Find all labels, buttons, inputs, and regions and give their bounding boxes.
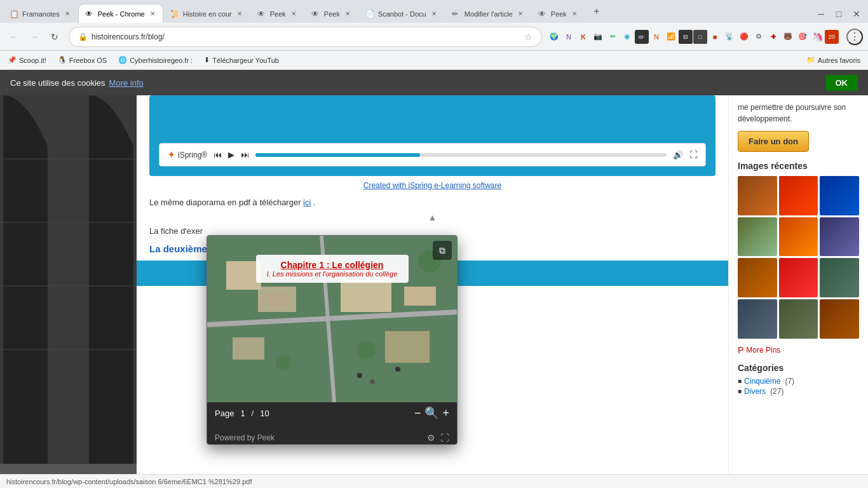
ext-icon-13[interactable]: 📡 — [722, 30, 736, 44]
tab-favicon-peek4: 👁 — [538, 10, 547, 18]
ext-icon-2[interactable]: N — [562, 30, 576, 44]
ext-icon-11[interactable]: □ — [693, 30, 707, 44]
player-rewind-button[interactable]: ⏮ — [214, 150, 222, 159]
tab-scanbot[interactable]: 📄 Scanbot - Docu ✕ — [358, 4, 445, 23]
bookmark-telechargeur[interactable]: ⬇ Téléchargeur YouTub — [201, 55, 281, 65]
image-thumb-6[interactable] — [820, 217, 859, 257]
peek-pdf-popup: Chapitre 1 : Le collégien I. Les mission… — [207, 235, 458, 445]
tab-peek-chrome[interactable]: 👁 Peek - Chrome ✕ — [78, 4, 163, 23]
image-thumb-5[interactable] — [779, 217, 818, 257]
ispring-link[interactable]: Created with iSpring e-Learning software — [149, 181, 715, 190]
tab-label-modifier: Modifier l'article — [465, 10, 513, 18]
category-link-divers[interactable]: Divers — [744, 387, 766, 396]
tab-close-framanotes[interactable]: ✕ — [64, 9, 71, 18]
tab-close-modifier[interactable]: ✕ — [517, 9, 524, 18]
download-period: . — [313, 198, 316, 207]
tab-close-peek[interactable]: ✕ — [149, 9, 156, 18]
ext-icon-4[interactable]: 📷 — [591, 30, 605, 44]
tab-close-peek4[interactable]: ✕ — [571, 9, 578, 18]
more-pins-link[interactable]: P More Pins — [738, 345, 859, 355]
ext-icon-8[interactable]: N — [649, 30, 663, 44]
category-link-cinquieme[interactable]: Cinquième — [744, 377, 780, 386]
ext-icon-16[interactable]: ✦ — [766, 30, 780, 44]
bookmark-star-icon[interactable]: ☆ — [524, 32, 532, 42]
url-bar[interactable]: 🔒 histoirencours.fr/blog/ ☆ — [69, 27, 542, 47]
image-thumb-3[interactable] — [820, 176, 859, 215]
bookmark-cyber[interactable]: 🌐 Cyberhistoiregeo.fr : — [116, 55, 195, 65]
cookie-more-info-link[interactable]: More info — [109, 78, 144, 88]
tab-close-peek3[interactable]: ✕ — [344, 9, 351, 18]
tab-framanotes[interactable]: 📋 Framanotes ✕ — [3, 4, 78, 23]
image-thumb-4[interactable] — [738, 217, 777, 257]
close-window-button[interactable]: ✕ — [848, 5, 865, 23]
image-thumb-11[interactable] — [779, 299, 818, 339]
image-thumb-7[interactable] — [738, 258, 777, 297]
ext-icon-1[interactable]: 🌍 — [547, 30, 561, 44]
tab-peek3[interactable]: 👁 Peek ✕ — [304, 4, 358, 23]
peek-settings-button[interactable]: ⚙ — [427, 433, 435, 443]
maximize-button[interactable]: □ — [830, 5, 848, 23]
bookmark-icon-scoopit: 📌 — [8, 56, 17, 64]
peek-zoom-fit-button[interactable]: 🔍 — [424, 407, 438, 419]
ext-icon-12[interactable]: ■ — [708, 30, 722, 44]
player-progress-bar[interactable] — [255, 153, 667, 157]
tab-label-peek4: Peek — [551, 10, 567, 18]
player-fullscreen-button[interactable]: ⛶ — [689, 150, 698, 159]
peek-fullscreen-button[interactable]: ⛶ — [440, 433, 449, 443]
ext-icon-9[interactable]: 📶 — [664, 30, 678, 44]
pdf-chapter-subtitle: I. Les missions et l'organisation du col… — [266, 270, 398, 278]
minimize-button[interactable]: ─ — [812, 5, 830, 23]
tab-label-histoire: Histoire en cour — [183, 10, 232, 18]
tab-peek4[interactable]: 👁 Peek ✕ — [531, 4, 585, 23]
tab-close-peek2[interactable]: ✕ — [290, 9, 297, 18]
peek-zoom-out-button[interactable]: − — [414, 407, 421, 419]
ispring-label: iSpring® — [178, 151, 207, 159]
image-thumb-2[interactable] — [779, 176, 818, 215]
player-play-button[interactable]: ▶ — [228, 150, 234, 159]
right-sidebar: me permettre de poursuivre son développe… — [728, 95, 868, 474]
ext-icon-19[interactable]: 🦄 — [810, 30, 824, 44]
browser-window: 📋 Framanotes ✕ 👁 Peek - Chrome ✕ 📜 Histo… — [0, 0, 868, 488]
peek-external-link-button[interactable]: ⧉ — [433, 241, 452, 260]
player-volume-button[interactable]: 🔊 — [673, 150, 683, 159]
ext-icon-17[interactable]: 🐻 — [781, 30, 795, 44]
bookmark-scoopit[interactable]: 📌 Scoop.it! — [5, 55, 49, 65]
ext-icon-18[interactable]: 🎯 — [796, 30, 810, 44]
ext-icon-3[interactable]: K — [576, 30, 590, 44]
cookie-ok-button[interactable]: OK — [825, 75, 858, 91]
tab-peek2[interactable]: 👁 Peek ✕ — [250, 4, 304, 23]
player-forward-button[interactable]: ⏭ — [241, 150, 249, 159]
menu-button[interactable]: ⋮ — [846, 29, 863, 45]
bookmark-autres[interactable]: 📁 Autres favoris — [804, 55, 863, 65]
donate-button[interactable]: Faire un don — [738, 131, 809, 152]
peek-zoom-in-button[interactable]: + — [442, 407, 449, 419]
image-thumb-9[interactable] — [820, 258, 859, 297]
peek-external-link-container: ⧉ — [433, 241, 452, 260]
image-thumb-10[interactable] — [738, 299, 777, 339]
new-tab-button[interactable]: + — [588, 3, 606, 20]
tab-favicon-modifier: ✏ — [452, 10, 461, 18]
cookie-banner: Ce site utilise des cookies More info OK — [0, 70, 868, 95]
bookmark-freebox[interactable]: 🐧 Freebox OS — [55, 55, 109, 65]
download-link[interactable]: ici — [303, 198, 311, 207]
reload-button[interactable]: ↻ — [46, 28, 64, 46]
svg-point-21 — [357, 373, 362, 378]
back-button[interactable]: ← — [5, 28, 23, 46]
tab-histoire[interactable]: 📜 Histoire en cour ✕ — [163, 4, 250, 23]
image-thumb-8[interactable] — [779, 258, 818, 297]
pinterest-icon: P — [738, 345, 743, 355]
ext-icon-15[interactable]: ⚙ — [752, 30, 766, 44]
pdf-chapter-title: Chapitre 1 : Le collégien — [266, 260, 398, 270]
tab-close-histoire[interactable]: ✕ — [236, 9, 243, 18]
tab-modifier[interactable]: ✏ Modifier l'article ✕ — [445, 4, 531, 23]
svg-point-23 — [395, 367, 400, 372]
ext-icon-5[interactable]: ✏ — [606, 30, 620, 44]
image-thumb-12[interactable] — [820, 299, 859, 339]
ext-icon-10[interactable]: ⊟ — [679, 30, 693, 44]
tab-close-scanbot[interactable]: ✕ — [430, 9, 438, 18]
image-thumb-1[interactable] — [738, 176, 777, 215]
forward-button[interactable]: → — [25, 28, 43, 46]
ext-icon-7[interactable]: or· — [635, 30, 649, 44]
ext-icon-14[interactable]: 🔴 — [737, 30, 751, 44]
ext-icon-6[interactable]: ◉ — [620, 30, 634, 44]
